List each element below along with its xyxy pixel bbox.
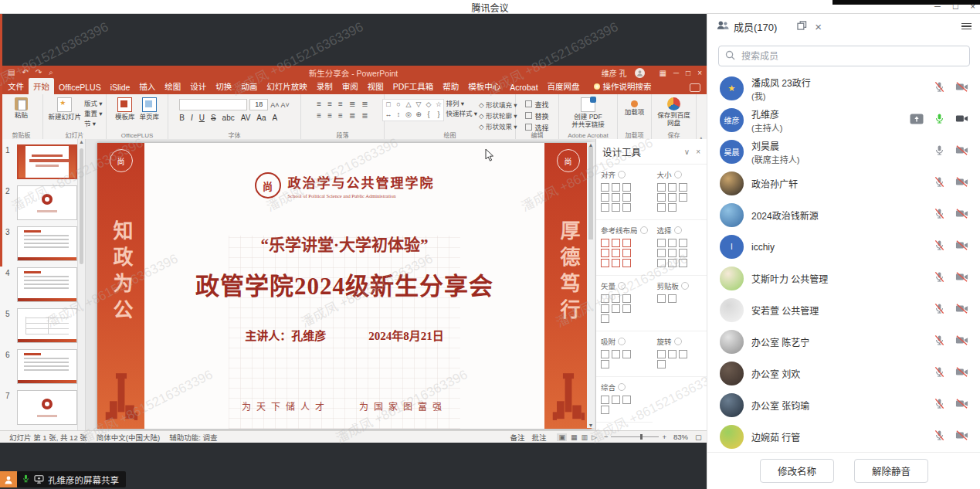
design-tool-icon[interactable]: [679, 350, 687, 358]
presenter-icon[interactable]: [0, 471, 17, 487]
ribbon-button[interactable]: 加载项: [623, 97, 646, 131]
mic-icon[interactable]: [934, 113, 945, 127]
ribbon-small-button[interactable]: ◇ 形状轮廓 ▾: [479, 110, 517, 120]
ribbon-small-button[interactable]: 重置 ▾: [84, 108, 103, 117]
design-tool-icon[interactable]: [622, 396, 631, 404]
mic-icon[interactable]: [934, 208, 945, 222]
ribbon-tab-OfficePLUS[interactable]: OfficePLUS: [54, 80, 106, 94]
camera-icon[interactable]: [955, 239, 968, 254]
ppt-account-avatar[interactable]: [635, 68, 645, 78]
camera-icon[interactable]: [955, 334, 968, 349]
slide-thumbnail[interactable]: 3: [0, 226, 85, 262]
mic-icon[interactable]: [934, 239, 945, 254]
camera-icon[interactable]: [955, 208, 968, 222]
member-row[interactable]: 办公室 陈艺宁: [707, 326, 980, 358]
design-tool-icon[interactable]: [601, 249, 609, 257]
popout-panel-icon[interactable]: [797, 19, 807, 33]
design-tool-icon[interactable]: [657, 360, 666, 368]
notes-toggle[interactable]: 备注: [510, 432, 524, 443]
design-tool-icon[interactable]: [622, 259, 631, 267]
mic-icon[interactable]: [934, 398, 945, 413]
design-tool-icon[interactable]: [657, 249, 666, 257]
slide-thumbnail[interactable]: 7: [0, 390, 85, 426]
font-size-box[interactable]: 18: [249, 99, 268, 110]
member-row[interactable]: 昊晨 刘昊晨 (联席主持人): [707, 136, 980, 168]
ribbon-tab-审阅[interactable]: 审阅: [337, 78, 363, 94]
maximize-button[interactable]: □: [953, 0, 958, 13]
design-tool-icon[interactable]: [612, 183, 620, 192]
ppt-window-control[interactable]: ▦: [660, 69, 666, 77]
ribbon-button[interactable]: 粘贴: [13, 97, 29, 131]
design-tool-icon[interactable]: [657, 203, 666, 212]
paragraph-icon[interactable]: ≡: [317, 100, 321, 108]
language-indicator[interactable]: 简体中文(中国大陆): [97, 432, 160, 443]
slide-thumbnail[interactable]: 4: [0, 267, 85, 303]
design-tool-icon[interactable]: [601, 304, 609, 313]
ribbon-button[interactable]: 创建 PDF 并共享链接: [569, 97, 608, 131]
design-tool-icon[interactable]: [622, 193, 631, 202]
camera-icon[interactable]: [955, 366, 968, 381]
member-row[interactable]: 办公室 张钧瑜: [707, 389, 980, 421]
design-tool-icon[interactable]: [612, 396, 620, 404]
design-tool-icon[interactable]: [657, 259, 666, 267]
mic-icon[interactable]: [934, 144, 945, 159]
fit-to-window-icon[interactable]: ▢: [695, 433, 702, 441]
design-tool-icon[interactable]: [622, 203, 631, 212]
design-tool-icon[interactable]: [668, 239, 677, 247]
camera-icon[interactable]: [955, 113, 968, 127]
mic-icon[interactable]: [934, 366, 945, 381]
design-tool-icon[interactable]: [657, 239, 666, 247]
slide-thumbnail[interactable]: 2: [0, 185, 85, 221]
tell-me-search[interactable]: 操作说明搜索: [591, 78, 655, 94]
design-tool-icon[interactable]: [601, 259, 609, 267]
ribbon-button[interactable]: 保存到百度网盘: [655, 97, 693, 131]
mic-icon[interactable]: [934, 334, 945, 349]
member-row[interactable]: 办公室 刘欢: [707, 358, 980, 389]
paragraph-icon[interactable]: ≣: [349, 100, 355, 108]
design-tool-icon[interactable]: [679, 249, 687, 257]
accessibility-status[interactable]: 辅助功能: 调查: [169, 432, 217, 443]
ribbon-tab-文件[interactable]: 文件: [3, 78, 29, 94]
font-style-Aa[interactable]: Aa: [256, 114, 266, 122]
ribbon-tab-开始[interactable]: 开始: [29, 78, 54, 94]
zoom-percent[interactable]: 83%: [673, 433, 688, 441]
close-button[interactable]: ×: [971, 0, 975, 13]
ribbon-tab-帮助[interactable]: 帮助: [438, 78, 463, 94]
design-tool-icon[interactable]: [612, 193, 620, 202]
comments-bubble-icon[interactable]: [690, 83, 700, 92]
ppt-window-control[interactable]: □: [686, 69, 690, 77]
ribbon-tab-模板中心[interactable]: 模板中心: [463, 78, 505, 94]
mic-icon[interactable]: [934, 176, 945, 191]
ribbon-button[interactable]: 模板库: [114, 97, 137, 131]
font-style-AV[interactable]: AV: [241, 114, 251, 122]
design-tool-icon[interactable]: [601, 203, 609, 212]
design-tool-icon[interactable]: [622, 239, 631, 247]
ribbon-small-button[interactable]: 版式 ▾: [84, 98, 103, 107]
camera-icon[interactable]: [955, 303, 968, 318]
ribbon-tab-切换[interactable]: 切换: [211, 78, 236, 94]
design-tool-icon[interactable]: [679, 259, 687, 267]
ribbon-tab-录制[interactable]: 录制: [312, 78, 337, 94]
font-style-I[interactable]: I: [191, 114, 193, 122]
ribbon-tab-百度网盘[interactable]: 百度网盘: [543, 78, 585, 94]
design-panel-collapse-icon[interactable]: ∨: [684, 148, 690, 156]
close-panel-icon[interactable]: ×: [815, 21, 822, 32]
ribbon-tab-绘图[interactable]: 绘图: [160, 78, 185, 94]
rename-button[interactable]: 修改名称: [760, 459, 834, 483]
design-tool-icon[interactable]: [601, 350, 609, 358]
design-tool-icon[interactable]: [612, 259, 620, 267]
ribbon-tab-动画[interactable]: 动画: [236, 78, 262, 94]
font-style-S[interactable]: S: [211, 114, 216, 122]
ribbon-tab-Acrobat[interactable]: Acrobat: [505, 80, 542, 94]
camera-icon[interactable]: [955, 144, 968, 159]
font-style-A[interactable]: A: [273, 114, 278, 122]
camera-icon[interactable]: [955, 271, 968, 286]
camera-icon[interactable]: [955, 398, 968, 413]
design-tool-icon[interactable]: [657, 193, 666, 202]
alignment-icon[interactable]: ≣: [349, 112, 355, 120]
design-tool-icon[interactable]: [601, 406, 609, 414]
design-tool-icon[interactable]: [612, 350, 620, 358]
ppt-window-control[interactable]: ─: [673, 69, 679, 77]
member-row[interactable]: 艾斯叶力 公共管理: [707, 263, 980, 294]
slide-thumbnail[interactable]: 6: [0, 349, 85, 385]
